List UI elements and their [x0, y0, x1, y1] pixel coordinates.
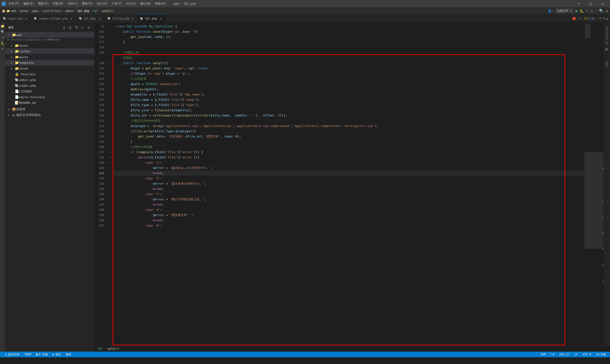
gutter-227[interactable] [108, 97, 113, 103]
current-file-dropdown[interactable]: 当前文件 ▾ [555, 8, 573, 13]
toolbar-btn-2[interactable]: ⬛ [590, 9, 594, 13]
tree-root-web[interactable]: ▾ 📁 web [5, 32, 94, 38]
tree-item-annex[interactable]: ▶ 📁 annex [5, 43, 94, 48]
tree-item-htaccess[interactable]: 🔒 .htaccess [5, 71, 94, 77]
title-bar-menu-tools[interactable]: 工具(T) [111, 2, 123, 6]
user-icon[interactable]: 👤▾ [548, 9, 553, 13]
gutter-237[interactable]: ▾ [108, 150, 113, 155]
title-bar-menu-nav[interactable]: 导航(N) [52, 2, 65, 6]
gutter-238[interactable]: ▾ [108, 155, 113, 160]
sidebar-refresh[interactable]: ≡ [68, 25, 73, 30]
gutter-246[interactable] [108, 197, 113, 202]
status-cursor-pos[interactable]: 241:27 [558, 353, 571, 356]
nav-path-uptpl[interactable]: uptpl() [102, 9, 114, 13]
title-bar-menu-edit[interactable]: 编辑(E) [22, 2, 35, 6]
tree-item-packs[interactable]: ▶ 📁 packs [5, 54, 94, 60]
activity-explorer[interactable]: 📁 [0, 24, 5, 28]
tree-item-index-php[interactable]: 🐘 index.php [5, 83, 94, 88]
settings-button[interactable]: ⚙ [606, 9, 608, 13]
nav-item-project[interactable]: 🏠 [2, 9, 5, 13]
code-editor[interactable]: 12 187 216 217 218 219 · 220 221 222 223… [95, 23, 610, 345]
tree-item-caches[interactable]: ▶ 📁 caches [5, 48, 94, 54]
ai-make-btn[interactable]: make [605, 60, 608, 68]
title-bar-menu-help[interactable]: 帮助(H) [154, 2, 167, 6]
debug-button[interactable]: 🐛 [580, 9, 584, 13]
bc-uptpl[interactable]: uptpl() [107, 347, 120, 351]
gutter-218[interactable] [108, 45, 113, 50]
gutter-231[interactable] [108, 118, 113, 123]
status-line-endings[interactable]: LF [573, 353, 579, 356]
tree-item-readme[interactable]: 📝 README.md [5, 100, 94, 105]
activity-vcs[interactable]: ⎇ [0, 35, 5, 39]
status-vcs[interactable]: ⎇ 版本控制 [3, 352, 21, 357]
gutter-236[interactable] [108, 144, 113, 150]
title-bar-menu-refactor[interactable]: 重构(S) [81, 2, 94, 6]
gutter-225[interactable] [108, 87, 113, 92]
gutter-222[interactable] [108, 71, 113, 76]
ai-assistant-btn[interactable]: AI Assistant [605, 25, 608, 46]
nav-path-tpl[interactable]: Tpl [93, 9, 98, 13]
tree-item-license[interactable]: 📄 LICENSE [5, 88, 94, 94]
gutter-232[interactable] [108, 123, 113, 129]
nav-path-controllers[interactable]: controllers [42, 9, 61, 13]
sidebar-collapse[interactable]: ⥣ [74, 25, 79, 30]
gutter-247[interactable] [108, 202, 113, 207]
gutter-223[interactable] [108, 76, 113, 81]
nav-path-admin[interactable]: admin [65, 9, 74, 13]
tab-tpl-php[interactable]: 🐘 Tpl.php × [137, 14, 166, 23]
toolbar-btn-3[interactable]: ↕ [596, 9, 597, 13]
expand-hints[interactable]: ▲ [606, 17, 608, 20]
title-bar-menu-file[interactable]: 文件(F) [8, 2, 21, 6]
gutter-233[interactable]: ▾ [108, 129, 113, 134]
gutter-241[interactable] [108, 170, 113, 176]
activity-extensions[interactable]: ⊞ [0, 47, 5, 51]
tab-config-php[interactable]: 🐘 config.php × [104, 14, 138, 23]
gutter-216[interactable] [108, 34, 113, 39]
status-debug[interactable]: ▶ 调试 [52, 352, 62, 357]
gutter-245[interactable]: ▾ [108, 192, 113, 197]
gutter-243[interactable] [108, 181, 113, 186]
gutter-242[interactable]: ▾ [108, 176, 113, 181]
run-button[interactable]: ▶ [575, 9, 578, 13]
gutter-221[interactable] [108, 66, 113, 71]
problems-btn[interactable]: 题目 [605, 52, 609, 54]
gutter-235[interactable] [108, 139, 113, 144]
nav-path-tplphp[interactable]: Tpl.php [78, 9, 90, 13]
sidebar-new-file[interactable]: ⚙ [62, 25, 67, 30]
tab-cms-php[interactable]: 🐘 cms.php × [76, 14, 104, 23]
tree-item-nginx[interactable]: 📄 nginx.htaccess [5, 94, 94, 100]
collapse-hints[interactable]: ▼ [603, 17, 605, 20]
tree-item-admin-php[interactable]: 🐘 admin.php [5, 77, 94, 83]
gutter-251[interactable]: ▾ [108, 223, 113, 228]
close-button[interactable]: ✕ [597, 0, 608, 8]
gutter-228[interactable] [108, 103, 113, 108]
gutter-226[interactable] [108, 92, 113, 97]
gutter-220[interactable]: ▾ [108, 61, 113, 66]
code-content[interactable]: class Tpl extends My_Controller { public [113, 23, 584, 345]
status-services[interactable]: 服务 [65, 352, 72, 357]
activity-search[interactable]: 🔍 [0, 29, 5, 34]
gutter-230[interactable] [108, 113, 113, 118]
tab-close-tpl[interactable]: × [159, 16, 163, 21]
tree-item-template[interactable]: ▶ 📁 template [5, 60, 94, 65]
title-bar-menu-window[interactable]: 窗口(W) [139, 2, 152, 6]
gutter-250[interactable] [108, 218, 113, 223]
toolbar-btn-1[interactable]: ⟳ [586, 9, 588, 13]
status-problems[interactable]: ● 0 问题 [35, 352, 49, 357]
sidebar-close[interactable]: — [80, 25, 85, 30]
status-todo[interactable]: TODO [23, 353, 32, 356]
gutter-229[interactable] [108, 108, 113, 113]
minimize-button[interactable]: ─ [573, 0, 584, 8]
title-bar-menu-view[interactable]: 视图(V) [37, 2, 50, 6]
status-indentation[interactable]: 4个空格 [595, 352, 607, 357]
search-button[interactable]: 🔍 [599, 9, 604, 13]
gutter-12[interactable] [108, 24, 113, 29]
gutter-224[interactable] [108, 81, 113, 87]
bc-tpl[interactable]: Tpl [97, 347, 103, 351]
sidebar-settings[interactable]: × [86, 25, 91, 30]
status-php-version[interactable]: PHP: 7.0 [540, 353, 556, 356]
gutter-240[interactable] [108, 165, 113, 170]
nav-path-yhcms[interactable]: yhcms [20, 9, 28, 13]
tree-item-temp[interactable]: ▶ 🗂 临时文件和控制台 [5, 112, 94, 118]
tab-close-config[interactable]: × [131, 16, 134, 21]
